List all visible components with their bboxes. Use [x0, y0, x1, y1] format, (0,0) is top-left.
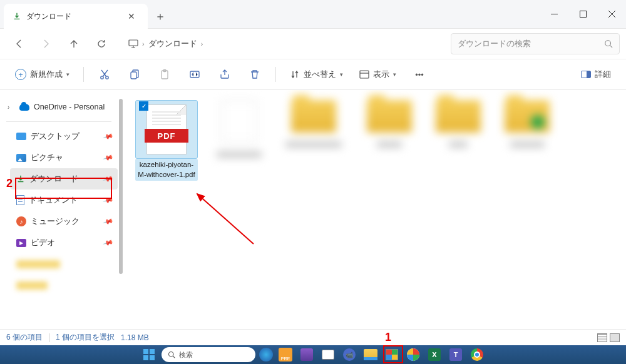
rename-button[interactable]: [182, 63, 208, 86]
close-tab-button[interactable]: ✕: [124, 10, 139, 23]
windows-icon: [143, 349, 155, 360]
details-pane-button[interactable]: 詳細: [575, 69, 617, 80]
cut-button[interactable]: [91, 63, 118, 86]
annotation-arrow: [191, 188, 260, 250]
pin-icon: 📌: [103, 131, 115, 142]
sidebar-item-blurred[interactable]: [10, 253, 118, 275]
new-tab-button[interactable]: ＋: [148, 4, 173, 28]
chevron-right-icon[interactable]: ›: [8, 104, 15, 111]
music-icon: ♪: [16, 216, 26, 226]
navigation-pane: › OneDrive - Personal デスクトップ 📌 ピクチャ 📌: [0, 90, 123, 329]
sort-button[interactable]: 並べ替え ▾: [284, 63, 349, 86]
status-selection: 1 個の項目を選択: [56, 332, 115, 343]
toolbar: + 新規作成 ▾ 並べ替え ▾ 表示 ▾ ••• 詳細: [0, 59, 626, 90]
share-button[interactable]: [212, 63, 238, 86]
onedrive-icon: [19, 104, 29, 111]
view-button[interactable]: 表示 ▾: [353, 63, 403, 86]
status-item-count: 6 個の項目: [6, 332, 43, 343]
tab-title: ダウンロード: [26, 11, 119, 22]
window-controls: [540, 0, 626, 28]
sidebar-item-music[interactable]: ♪ ミュージック 📌: [10, 211, 118, 232]
view-mode-toggle[interactable]: [597, 333, 620, 342]
pdf-file-icon: PDF: [146, 104, 187, 154]
pin-icon: 📌: [103, 216, 115, 227]
titlebar: ダウンロード ✕ ＋: [0, 0, 626, 29]
taskbar-search[interactable]: 検索: [162, 347, 255, 362]
delete-button[interactable]: [242, 63, 268, 86]
svg-point-10: [169, 352, 174, 357]
checked-icon[interactable]: ✓: [139, 101, 148, 111]
details-pane-icon: [581, 71, 591, 78]
pin-icon: 📌: [103, 152, 115, 163]
chevron-right-icon: ›: [201, 40, 203, 48]
svg-point-3: [101, 76, 103, 79]
svg-rect-5: [131, 72, 136, 79]
taskbar-app-teams[interactable]: T: [447, 346, 464, 363]
maximize-button[interactable]: [568, 0, 597, 28]
up-button[interactable]: [61, 33, 86, 55]
minimize-button[interactable]: [540, 0, 568, 28]
svg-point-2: [605, 41, 611, 46]
file-item-pdf[interactable]: ✓ PDF kazehiki-piyotan-M-withcover-1.pdf: [135, 100, 198, 181]
taskbar-app-explorer[interactable]: [362, 346, 379, 363]
copy-button[interactable]: [121, 63, 148, 86]
svg-rect-1: [129, 40, 138, 46]
svg-rect-9: [360, 71, 369, 78]
new-button[interactable]: + 新規作成 ▾: [9, 63, 76, 86]
download-icon: [13, 12, 21, 21]
sidebar-item-desktop[interactable]: デスクトップ 📌: [10, 126, 118, 147]
chevron-down-icon: ▾: [393, 71, 396, 78]
status-size: 1.18 MB: [121, 333, 149, 342]
chevron-down-icon: ▾: [66, 71, 69, 78]
navigation-bar: › ダウンロード › ダウンロードの検索: [0, 29, 626, 59]
annotation-number-1: 1: [385, 331, 391, 344]
start-button[interactable]: [140, 346, 158, 363]
sort-icon: [290, 69, 300, 79]
sidebar-item-pictures[interactable]: ピクチャ 📌: [10, 147, 118, 168]
sidebar-item-onedrive[interactable]: › OneDrive - Personal: [0, 96, 118, 118]
paste-button[interactable]: [151, 63, 178, 86]
refresh-button[interactable]: [89, 33, 114, 55]
window-tab[interactable]: ダウンロード ✕: [4, 4, 148, 29]
breadcrumb[interactable]: › ダウンロード ›: [121, 33, 443, 54]
list-view-icon[interactable]: [597, 333, 607, 342]
back-button[interactable]: [6, 33, 31, 55]
plus-circle-icon: +: [15, 69, 26, 80]
search-icon: [168, 351, 175, 358]
main-area: › OneDrive - Personal デスクトップ 📌 ピクチャ 📌: [0, 90, 626, 329]
annotation-box-taskbar-explorer: [383, 345, 403, 363]
more-button[interactable]: •••: [406, 63, 433, 86]
annotation-number-2: 2: [6, 177, 13, 190]
taskbar-app-pre[interactable]: PRE: [277, 346, 294, 363]
file-name: kazehiki-piyotan-M-withcover-1.pdf: [135, 159, 198, 181]
forward-button[interactable]: [34, 33, 59, 55]
view-icon: [359, 70, 369, 79]
taskbar-app-excel[interactable]: X: [426, 346, 443, 363]
taskbar-app-copilot[interactable]: [259, 348, 273, 361]
taskbar-app[interactable]: 📹: [341, 346, 358, 363]
sidebar-item-videos[interactable]: ▶ ビデオ 📌: [10, 232, 118, 253]
chevron-down-icon: ▾: [340, 71, 343, 78]
search-input[interactable]: ダウンロードの検索: [451, 33, 620, 54]
grid-view-icon[interactable]: [610, 333, 620, 342]
svg-rect-0: [580, 11, 586, 18]
chevron-right-icon: ›: [142, 40, 145, 48]
svg-rect-8: [190, 71, 199, 78]
taskbar-app[interactable]: [298, 346, 316, 363]
close-window-button[interactable]: [597, 0, 626, 28]
pin-icon: 📌: [103, 237, 115, 248]
sidebar-item-blurred[interactable]: [10, 275, 118, 296]
video-icon: ▶: [16, 239, 26, 247]
taskbar: 検索 PRE 📹 X T: [0, 345, 626, 364]
pictures-icon: [16, 154, 26, 162]
annotation-box-sidebar-downloads: [15, 178, 112, 199]
taskbar-app-chrome[interactable]: [468, 346, 486, 363]
status-bar: 6 個の項目 1 個の項目を選択 1.18 MB: [0, 329, 626, 345]
taskbar-app-taskview[interactable]: [319, 346, 337, 363]
taskbar-app[interactable]: [404, 346, 422, 363]
desktop-icon: [16, 133, 26, 140]
search-placeholder: ダウンロードの検索: [458, 38, 604, 49]
breadcrumb-current[interactable]: ダウンロード: [148, 38, 197, 49]
monitor-icon: [128, 39, 138, 48]
svg-line-11: [197, 194, 254, 244]
